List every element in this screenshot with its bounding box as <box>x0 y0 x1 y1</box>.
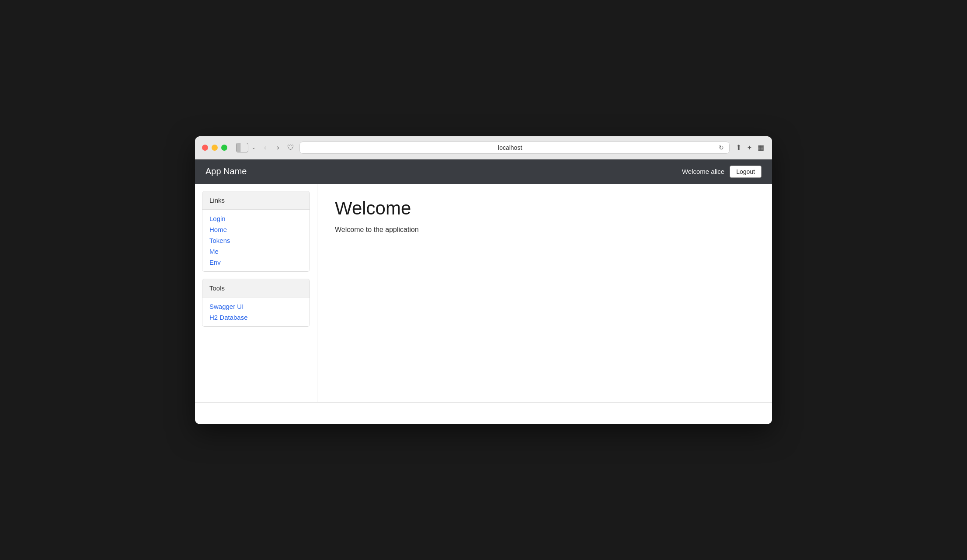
address-text: localhost <box>305 144 715 151</box>
browser-actions: ⬆ + ▦ <box>735 142 765 152</box>
app-navbar: App Name Welcome alice Logout <box>195 159 772 184</box>
page-title: Welcome <box>335 198 755 219</box>
sidebar-links-header: Links <box>202 191 310 210</box>
sidebar: Links Login Home Tokens Me Env Tools Swa… <box>195 184 317 402</box>
sidebar-link-home[interactable]: Home <box>209 226 303 233</box>
tab-overview-button[interactable]: ▦ <box>757 142 765 152</box>
forward-button[interactable]: › <box>274 143 282 152</box>
app-footer <box>195 402 772 424</box>
page-subtitle: Welcome to the application <box>335 226 755 234</box>
shield-icon: 🛡 <box>287 144 294 152</box>
traffic-lights <box>202 145 227 151</box>
sidebar-link-swagger-ui[interactable]: Swagger UI <box>209 303 303 310</box>
sidebar-toggle-left <box>237 143 240 152</box>
logout-button[interactable]: Logout <box>730 166 762 178</box>
sidebar-tools-list: Swagger UI H2 Database <box>202 297 310 326</box>
reload-button[interactable]: ↻ <box>719 144 724 151</box>
chevron-down-icon[interactable]: ⌄ <box>251 144 256 151</box>
navbar-right: Welcome alice Logout <box>682 166 762 178</box>
browser-chrome: ⌄ ‹ › 🛡 localhost ↻ ⬆ + ▦ <box>195 136 772 159</box>
browser-window: ⌄ ‹ › 🛡 localhost ↻ ⬆ + ▦ App Name Welco… <box>195 136 772 424</box>
share-button[interactable]: ⬆ <box>735 142 742 152</box>
address-bar[interactable]: localhost ↻ <box>299 142 730 154</box>
main-content: Welcome Welcome to the application <box>317 184 772 402</box>
sidebar-tools-header: Tools <box>202 279 310 297</box>
sidebar-link-h2-database[interactable]: H2 Database <box>209 314 303 321</box>
app-name: App Name <box>205 166 247 176</box>
app-body: Links Login Home Tokens Me Env Tools Swa… <box>195 184 772 402</box>
sidebar-links-section: Links Login Home Tokens Me Env <box>202 191 310 272</box>
sidebar-links-list: Login Home Tokens Me Env <box>202 210 310 271</box>
sidebar-link-env[interactable]: Env <box>209 259 303 266</box>
sidebar-tools-section: Tools Swagger UI H2 Database <box>202 279 310 327</box>
sidebar-link-login[interactable]: Login <box>209 215 303 222</box>
traffic-light-green[interactable] <box>221 145 227 151</box>
sidebar-link-me[interactable]: Me <box>209 248 303 255</box>
traffic-light-yellow[interactable] <box>212 145 218 151</box>
sidebar-link-tokens[interactable]: Tokens <box>209 237 303 244</box>
browser-controls: ⌄ <box>236 143 256 152</box>
sidebar-toggle-button[interactable] <box>236 143 248 152</box>
back-button[interactable]: ‹ <box>261 143 269 152</box>
traffic-light-red[interactable] <box>202 145 208 151</box>
new-tab-button[interactable]: + <box>747 143 752 152</box>
welcome-message: Welcome alice <box>682 168 724 175</box>
